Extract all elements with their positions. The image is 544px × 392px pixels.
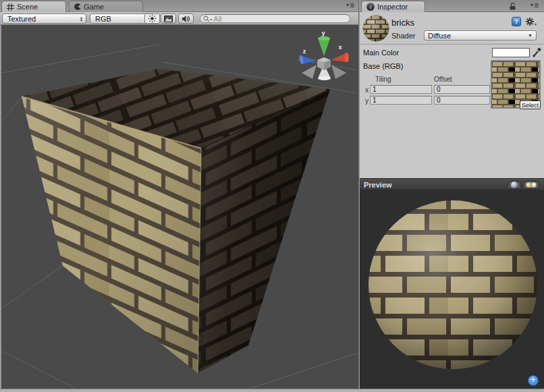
gear-menu[interactable]: ▾ [525,17,537,26]
preview-header[interactable]: Preview [360,178,544,190]
tab-inspector[interactable]: i Inspector [361,1,425,12]
shader-label: Shader [391,32,415,40]
shader-dropdown[interactable]: Diffuse ▼ [424,30,537,40]
gizmo-y-label: y [321,30,325,36]
gizmo-z-label: z [303,48,306,55]
scene-viewport[interactable]: y z x [1,25,358,389]
search-caret-icon: ▾ [210,17,212,22]
sun-icon [148,14,157,23]
preview-sphere[interactable] [369,200,537,369]
render-mode-dropdown[interactable]: Textured ▲▼ [2,13,86,24]
light-off-dot [532,183,536,187]
lock-icon[interactable] [509,2,517,11]
y-row-label: y [365,97,369,105]
search-input[interactable] [213,15,346,23]
x-offset-field[interactable] [434,85,490,94]
image-icon [164,16,173,22]
speaker-icon [182,15,190,23]
scene-tabbar: Scene Game ▾≡ [0,0,360,12]
y-tiling-field[interactable] [370,96,432,105]
unity-editor-window: Scene Game ▾≡ Textured ▲▼ RGB ▲▼ [0,0,544,392]
scene-panel-menu[interactable]: ▾≡ [346,2,354,9]
eyedropper-icon[interactable] [532,47,543,58]
shader-value: Diffuse [428,32,451,40]
preview-area[interactable]: + [360,190,544,389]
search-icon [203,16,209,22]
gizmo-x-label: x [338,44,342,51]
menu-caret-icon: ▾ [346,2,349,9]
game-icon [74,3,81,10]
tab-game-label: Game [84,3,104,11]
preview-mesh-button[interactable] [508,181,521,189]
light-on-dot [526,183,531,187]
inspector-panel-menu[interactable]: ▾≡ [531,2,539,9]
info-icon: i [366,3,375,11]
dropdown-arrows-icon: ▲▼ [80,16,83,22]
scene-lighting-toggle[interactable] [144,13,160,24]
y-offset-field[interactable] [434,96,490,105]
preview-title: Preview [364,181,392,189]
preview-light-button[interactable] [523,181,539,189]
preview-render [360,190,544,389]
scene-panel: Scene Game ▾≡ Textured ▲▼ RGB ▲▼ [0,0,360,389]
gear-caret-icon: ▾ [535,22,537,26]
texture-select-button[interactable]: Select [520,101,541,109]
light-toggle-icon [526,182,537,188]
add-button[interactable]: + [528,375,539,386]
menu-lines-icon: ≡ [350,2,354,9]
color-mode-value: RGB [95,15,143,23]
scene-skybox-toggle[interactable] [161,13,176,24]
scene-toolbar: Textured ▲▼ RGB ▲▼ [0,12,360,25]
help-icon[interactable]: ? [512,17,521,26]
inspector-tabbar: i Inspector ▾≡ [360,0,544,12]
menu-lines-icon: ≡ [534,2,539,9]
base-texture-label: Base (RGB) [363,62,403,70]
tab-inspector-label: Inspector [377,3,408,11]
tiling-header: Tiling [375,76,391,83]
scene-search[interactable]: ▾ [200,14,350,23]
material-name: bricks [391,18,414,28]
inspector-panel: i Inspector ▾≡ [360,0,544,389]
popup-caret-icon: ▼ [528,33,533,38]
scene-grid-icon [7,3,14,11]
main-color-label: Main Color [363,49,399,57]
menu-caret-icon: ▾ [531,2,533,9]
x-row-label: x [365,86,369,94]
window-resize-bar[interactable] [0,389,544,392]
x-tiling-field[interactable] [370,85,432,94]
tab-scene-label: Scene [17,3,38,11]
tab-scene[interactable]: Scene [1,1,66,12]
material-properties: Main Color Base (RGB) [360,45,544,178]
main-color-swatch[interactable] [492,48,530,57]
tab-game[interactable]: Game [69,1,143,12]
gear-icon [525,17,535,26]
scene-audio-toggle[interactable] [178,13,194,24]
material-header: bricks Shader Diffuse ▼ ? [360,12,544,45]
render-mode-value: Textured [7,15,76,23]
sphere-icon [511,181,518,188]
material-thumbnail[interactable] [362,15,389,42]
offset-header: Offset [434,76,452,83]
